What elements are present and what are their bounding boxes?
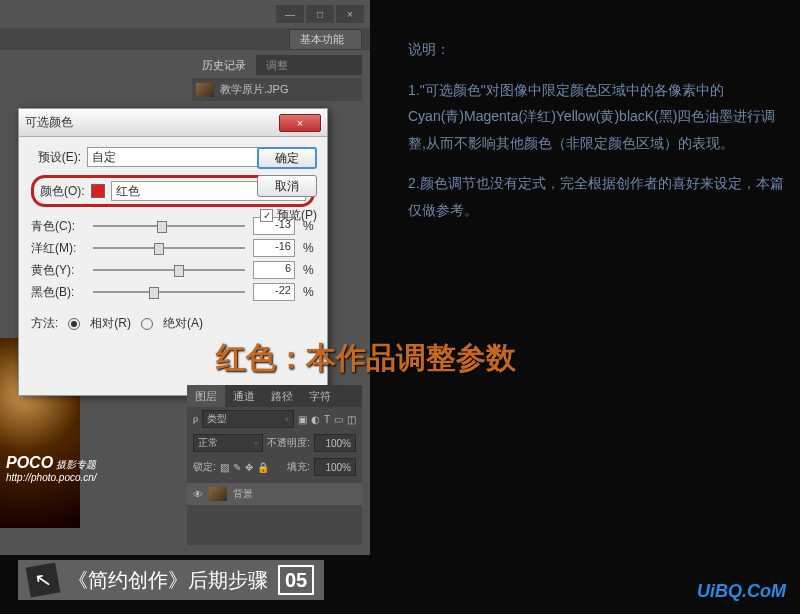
color-label: 颜色(O): xyxy=(40,183,85,200)
dialog-titlebar[interactable]: 可选颜色 × xyxy=(19,109,327,137)
lock-position-icon[interactable]: ✥ xyxy=(245,462,253,473)
lock-label: 锁定: xyxy=(193,460,216,474)
yellow-label: 黄色(Y): xyxy=(31,262,85,279)
lock-pixels-icon[interactable]: ✎ xyxy=(233,462,241,473)
description-text: 说明： 1."可选颜色"对图像中限定颜色区域中的各像素中的Cyan(青)Mage… xyxy=(408,36,786,238)
filter-adjust-icon[interactable]: ◐ xyxy=(311,414,320,425)
method-label: 方法: xyxy=(31,315,58,332)
visibility-icon[interactable]: 👁 xyxy=(193,489,203,500)
poco-watermark: POCO 摄影专题 http://photo.poco.cn/ xyxy=(6,454,97,483)
lock-all-icon[interactable]: 🔒 xyxy=(257,462,269,473)
history-item[interactable]: 教学原片.JPG xyxy=(192,78,362,101)
filter-smart-icon[interactable]: ◫ xyxy=(347,414,356,425)
arrow-icon: ↖ xyxy=(26,563,61,598)
preset-label: 预设(E): xyxy=(31,149,81,166)
photoshop-window: — □ × 基本功能 ▾ 历史记录 调整 教学原片.JPG 可选颜色 × 预设(… xyxy=(0,0,370,555)
preview-label: 预览(P) xyxy=(277,207,317,224)
options-bar: 基本功能 ▾ xyxy=(0,28,370,50)
tab-channels[interactable]: 通道 xyxy=(225,385,263,407)
tab-paths[interactable]: 路径 xyxy=(263,385,301,407)
dialog-title: 可选颜色 xyxy=(25,114,73,131)
blend-mode-dropdown[interactable]: 正常▾ xyxy=(193,434,263,452)
tab-history[interactable]: 历史记录 xyxy=(192,55,256,75)
step-number: 05 xyxy=(278,565,314,595)
main-heading: 红色：本作品调整参数 xyxy=(216,338,516,379)
footer-title: 《简约创作》后期步骤 xyxy=(68,567,268,594)
thumbnail-icon xyxy=(196,83,214,97)
opacity-input[interactable]: 100% xyxy=(314,434,356,452)
black-label: 黑色(B): xyxy=(31,284,85,301)
tab-layers[interactable]: 图层 xyxy=(187,385,225,407)
fill-input[interactable]: 100% xyxy=(314,458,356,476)
magenta-slider[interactable] xyxy=(93,241,245,255)
yellow-slider[interactable] xyxy=(93,263,245,277)
cyan-slider[interactable] xyxy=(93,219,245,233)
step-footer: ↖ 《简约创作》后期步骤 05 xyxy=(18,560,324,600)
close-window-button[interactable]: × xyxy=(336,5,364,23)
magenta-input[interactable]: -16 xyxy=(253,239,295,257)
filter-text-icon[interactable]: T xyxy=(324,414,330,425)
desc-paragraph-1: 1."可选颜色"对图像中限定颜色区域中的各像素中的Cyan(青)Magenta(… xyxy=(408,77,786,157)
cyan-label: 青色(C): xyxy=(31,218,85,235)
black-slider[interactable] xyxy=(93,285,245,299)
layer-row[interactable]: 👁 背景 xyxy=(187,483,362,505)
filter-image-icon[interactable]: ▣ xyxy=(298,414,307,425)
layer-thumb-icon xyxy=(209,487,227,501)
tab-characters[interactable]: 字符 xyxy=(301,385,339,407)
lock-transparency-icon[interactable]: ▨ xyxy=(220,462,229,473)
layer-kind-dropdown[interactable]: 类型▾ xyxy=(202,410,294,428)
filename-label: 教学原片.JPG xyxy=(220,82,288,97)
relative-radio[interactable] xyxy=(68,318,80,330)
dialog-close-button[interactable]: × xyxy=(279,114,321,132)
cancel-button[interactable]: 取消 xyxy=(257,175,317,197)
color-swatch-icon xyxy=(91,184,105,198)
relative-label: 相对(R) xyxy=(90,315,131,332)
preview-checkbox[interactable]: ✓ xyxy=(260,209,273,222)
magenta-label: 洋红(M): xyxy=(31,240,85,257)
workspace-dropdown[interactable]: 基本功能 ▾ xyxy=(289,29,362,50)
absolute-label: 绝对(A) xyxy=(163,315,203,332)
layers-panel: 图层 通道 路径 字符 ρ 类型▾ ▣ ◐ T ▭ ◫ 正常▾ 不透明度: 10… xyxy=(187,385,362,545)
fill-label: 填充: xyxy=(287,460,310,474)
history-panel-tabs: 历史记录 调整 xyxy=(192,55,362,75)
tab-adjustments[interactable]: 调整 xyxy=(256,55,298,75)
yellow-input[interactable]: 6 xyxy=(253,261,295,279)
filter-shape-icon[interactable]: ▭ xyxy=(334,414,343,425)
opacity-label: 不透明度: xyxy=(267,436,310,450)
absolute-radio[interactable] xyxy=(141,318,153,330)
maximize-button[interactable]: □ xyxy=(306,5,334,23)
black-input[interactable]: -22 xyxy=(253,283,295,301)
desc-paragraph-2: 2.颜色调节也没有定式，完全根据创作者的喜好来设定，本篇仅做参考。 xyxy=(408,170,786,223)
desc-title: 说明： xyxy=(408,36,786,63)
layer-name: 背景 xyxy=(233,487,253,501)
ok-button[interactable]: 确定 xyxy=(257,147,317,169)
minimize-button[interactable]: — xyxy=(276,5,304,23)
uibq-watermark: UiBQ.CoM xyxy=(697,581,786,602)
titlebar: — □ × xyxy=(0,0,370,28)
